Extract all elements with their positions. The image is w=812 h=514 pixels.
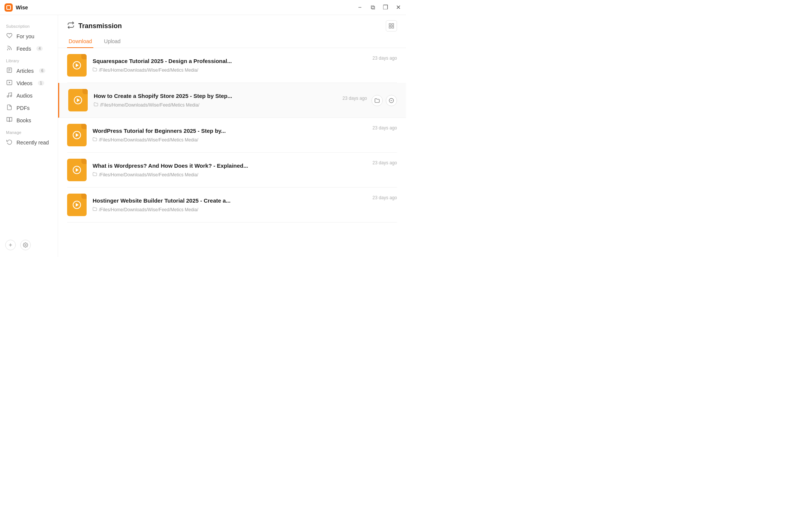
sidebar: Subscription For you Feeds 4 Library Art… xyxy=(0,15,58,257)
app-title: Wise xyxy=(16,5,28,11)
item-path: /Files/Home/Downloads/Wise/Feed/Metics M… xyxy=(94,102,337,108)
svg-rect-12 xyxy=(389,24,391,26)
path-text: /Files/Home/Downloads/Wise/Feed/Metics M… xyxy=(99,137,198,143)
add-button[interactable] xyxy=(5,240,16,250)
sidebar-bottom xyxy=(0,237,58,253)
list-item[interactable]: Squarespace Tutorial 2025 - Design a Pro… xyxy=(67,48,397,83)
item-info: What is Wordpress? And How Does it Work?… xyxy=(93,162,367,177)
heart-icon xyxy=(6,33,13,40)
main-layout: Subscription For you Feeds 4 Library Art… xyxy=(0,15,406,257)
path-text: /Files/Home/Downloads/Wise/Feed/Metics M… xyxy=(99,68,198,73)
remove-button[interactable] xyxy=(386,95,397,106)
item-thumbnail xyxy=(67,159,87,181)
item-title: How to Create a Shopify Store 2025 - Ste… xyxy=(94,93,337,99)
sidebar-item-for-you[interactable]: For you xyxy=(0,30,58,42)
layout-toggle-button[interactable] xyxy=(386,20,397,32)
tab-download[interactable]: Download xyxy=(67,35,93,48)
folder-icon xyxy=(94,102,98,108)
books-label: Books xyxy=(16,117,31,123)
item-info: WordPress Tutorial for Beginners 2025 - … xyxy=(93,128,367,143)
play-circle xyxy=(73,166,81,174)
play-icon xyxy=(77,98,80,102)
tabs: Download Upload xyxy=(58,32,406,48)
play-icon xyxy=(76,168,79,172)
item-title: What is Wordpress? And How Does it Work?… xyxy=(93,162,367,169)
recently-read-icon xyxy=(6,139,13,146)
item-date: 23 days ago xyxy=(373,56,397,61)
feeds-badge: 4 xyxy=(36,46,43,51)
item-date: 23 days ago xyxy=(373,160,397,165)
sidebar-item-books[interactable]: Books xyxy=(0,114,58,126)
item-info: Squarespace Tutorial 2025 - Design a Pro… xyxy=(93,58,367,73)
pdfs-icon xyxy=(6,104,13,111)
play-icon xyxy=(76,203,79,207)
list-item[interactable]: Hostinger Website Builder Tutorial 2025 … xyxy=(67,188,397,222)
videos-icon xyxy=(6,80,13,87)
item-title: Squarespace Tutorial 2025 - Design a Pro… xyxy=(93,58,367,64)
close-button[interactable]: ✕ xyxy=(395,4,402,11)
play-circle xyxy=(74,96,82,104)
pdfs-label: PDFs xyxy=(16,105,30,111)
sidebar-item-articles[interactable]: Articles 6 xyxy=(0,65,58,77)
sidebar-item-audios[interactable]: Audios xyxy=(0,89,58,102)
svg-point-0 xyxy=(7,50,8,50)
app-logo xyxy=(4,3,13,12)
audios-icon xyxy=(6,92,13,99)
play-icon xyxy=(76,63,79,67)
open-folder-button[interactable] xyxy=(372,95,383,106)
item-date: 23 days ago xyxy=(343,96,367,101)
feeds-label: Feeds xyxy=(16,46,31,52)
settings-button[interactable] xyxy=(20,240,31,250)
page-title: Transmission xyxy=(78,22,122,30)
play-circle xyxy=(73,131,81,139)
content-area: Transmission Download Upload Squarespace… xyxy=(58,15,406,257)
books-icon xyxy=(6,117,13,124)
item-thumbnail xyxy=(68,89,88,111)
item-path: /Files/Home/Downloads/Wise/Feed/Metics M… xyxy=(93,137,367,143)
subscription-section-label: Subscription xyxy=(0,20,58,30)
item-path: /Files/Home/Downloads/Wise/Feed/Metics M… xyxy=(93,67,367,73)
videos-label: Videos xyxy=(16,80,33,86)
titlebar-left: Wise xyxy=(4,3,28,12)
item-title: Hostinger Website Builder Tutorial 2025 … xyxy=(93,197,367,204)
page-title-area: Transmission xyxy=(67,21,122,31)
item-info: How to Create a Shopify Store 2025 - Ste… xyxy=(94,93,337,108)
list-item[interactable]: WordPress Tutorial for Beginners 2025 - … xyxy=(67,118,397,153)
sidebar-item-videos[interactable]: Videos 1 xyxy=(0,77,58,89)
svg-rect-14 xyxy=(389,26,391,28)
path-text: /Files/Home/Downloads/Wise/Feed/Metics M… xyxy=(100,102,199,108)
folder-icon xyxy=(93,67,97,73)
list-item[interactable]: What is Wordpress? And How Does it Work?… xyxy=(67,153,397,188)
content-header: Transmission xyxy=(58,15,406,32)
item-thumbnail xyxy=(67,194,87,216)
item-path: /Files/Home/Downloads/Wise/Feed/Metics M… xyxy=(93,207,367,212)
list-item[interactable]: How to Create a Shopify Store 2025 - Ste… xyxy=(58,83,406,118)
manage-section-label: Manage xyxy=(0,126,58,136)
tab-upload[interactable]: Upload xyxy=(102,35,122,48)
play-circle xyxy=(73,61,81,69)
library-section-label: Library xyxy=(0,55,58,65)
articles-label: Articles xyxy=(16,68,34,74)
for-you-label: For you xyxy=(16,33,34,39)
sidebar-item-feeds[interactable]: Feeds 4 xyxy=(0,42,58,55)
item-thumbnail xyxy=(67,124,87,146)
sidebar-item-recently-read[interactable]: Recently read xyxy=(0,136,58,149)
maximize-button[interactable]: ⧉ xyxy=(369,4,376,11)
svg-rect-13 xyxy=(392,24,394,26)
item-date: 23 days ago xyxy=(373,195,397,200)
folder-icon xyxy=(93,207,97,212)
app-logo-icon xyxy=(6,5,11,10)
play-circle xyxy=(73,201,81,209)
items-list: Squarespace Tutorial 2025 - Design a Pro… xyxy=(58,48,406,257)
transmission-icon xyxy=(67,21,75,31)
item-path: /Files/Home/Downloads/Wise/Feed/Metics M… xyxy=(93,172,367,177)
item-title: WordPress Tutorial for Beginners 2025 - … xyxy=(93,128,367,134)
restore-button[interactable]: ❐ xyxy=(382,4,389,11)
folder-icon xyxy=(93,137,97,143)
sidebar-item-pdfs[interactable]: PDFs xyxy=(0,102,58,114)
play-icon xyxy=(76,133,79,137)
item-info: Hostinger Website Builder Tutorial 2025 … xyxy=(93,197,367,212)
minimize-button[interactable]: − xyxy=(357,4,363,11)
titlebar-controls: − ⧉ ❐ ✕ xyxy=(357,4,402,11)
titlebar: Wise − ⧉ ❐ ✕ xyxy=(0,0,406,15)
